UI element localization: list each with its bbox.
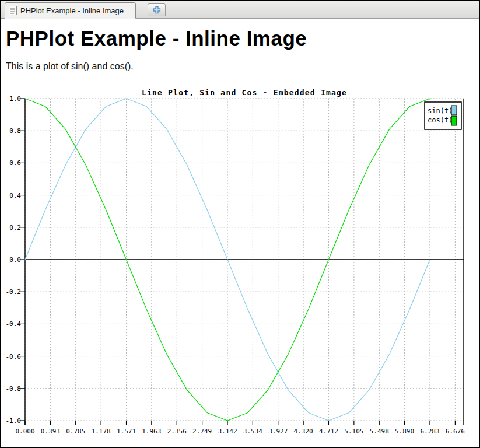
y-tick-label: -1.0 bbox=[6, 417, 22, 425]
x-tick-label: 1.178 bbox=[92, 428, 111, 435]
x-tick-label: 6.283 bbox=[420, 428, 439, 435]
y-tick-label: -0.6 bbox=[6, 353, 22, 360]
x-tick-label: 4.712 bbox=[319, 428, 338, 435]
page-title: PHPlot Example - Inline Image bbox=[6, 27, 474, 50]
x-tick-label: 3.142 bbox=[218, 428, 237, 435]
legend-swatch bbox=[451, 116, 457, 125]
page-content: PHPlot Example - Inline Image This is a … bbox=[1, 27, 479, 439]
x-tick-label: 3.534 bbox=[243, 428, 262, 435]
y-tick-label: 1.0 bbox=[9, 95, 21, 103]
tab-phplot-example[interactable]: PHPlot Example - Inline Image bbox=[5, 2, 136, 19]
new-tab-button[interactable] bbox=[148, 4, 166, 16]
y-tick-label: 0.2 bbox=[9, 224, 21, 232]
tab-title: PHPlot Example - Inline Image bbox=[20, 6, 124, 15]
y-tick-label: 0.8 bbox=[9, 127, 21, 135]
x-tick-label: 3.927 bbox=[268, 428, 288, 435]
y-tick-label: 0.6 bbox=[9, 159, 21, 167]
legend-swatch bbox=[451, 106, 457, 115]
y-tick-label: 0.0 bbox=[9, 256, 21, 264]
document-icon bbox=[9, 6, 17, 15]
y-tick-label: -0.8 bbox=[6, 385, 22, 393]
x-tick-label: 2.749 bbox=[192, 428, 212, 435]
x-tick-label: 1.963 bbox=[142, 428, 161, 435]
y-tick-label: 0.4 bbox=[9, 192, 21, 200]
line-chart: 1.00.80.60.40.20.0-0.2-0.4-0.6-0.8-1.00.… bbox=[5, 86, 475, 439]
y-tick-label: -0.4 bbox=[6, 320, 22, 328]
x-tick-label: 0.393 bbox=[41, 428, 60, 435]
x-tick-label: 0.000 bbox=[15, 428, 34, 435]
x-tick-label: 5.890 bbox=[395, 428, 414, 435]
legend-label: sin(t) bbox=[428, 107, 453, 115]
intro-text: This is a plot of sin() and cos(). bbox=[6, 61, 474, 72]
x-tick-label: 4.320 bbox=[294, 428, 313, 435]
plus-icon bbox=[152, 5, 162, 15]
browser-window: PHPlot Example - Inline Image PHPlot Exa… bbox=[0, 0, 480, 448]
x-tick-label: 6.676 bbox=[446, 428, 465, 435]
x-tick-label: 2.356 bbox=[167, 428, 187, 435]
chart-image: 1.00.80.60.40.20.0-0.2-0.4-0.6-0.8-1.00.… bbox=[5, 86, 475, 439]
tab-bar: PHPlot Example - Inline Image bbox=[1, 1, 479, 19]
legend-label: cos(t) bbox=[428, 116, 453, 124]
x-tick-label: 5.105 bbox=[344, 428, 363, 435]
x-tick-label: 1.571 bbox=[117, 428, 136, 435]
y-tick-label: -0.2 bbox=[6, 288, 22, 296]
x-tick-label: 5.498 bbox=[370, 428, 389, 435]
chart-title: Line Plot, Sin and Cos - Embedded Image bbox=[142, 88, 347, 97]
x-tick-label: 0.785 bbox=[66, 428, 85, 435]
